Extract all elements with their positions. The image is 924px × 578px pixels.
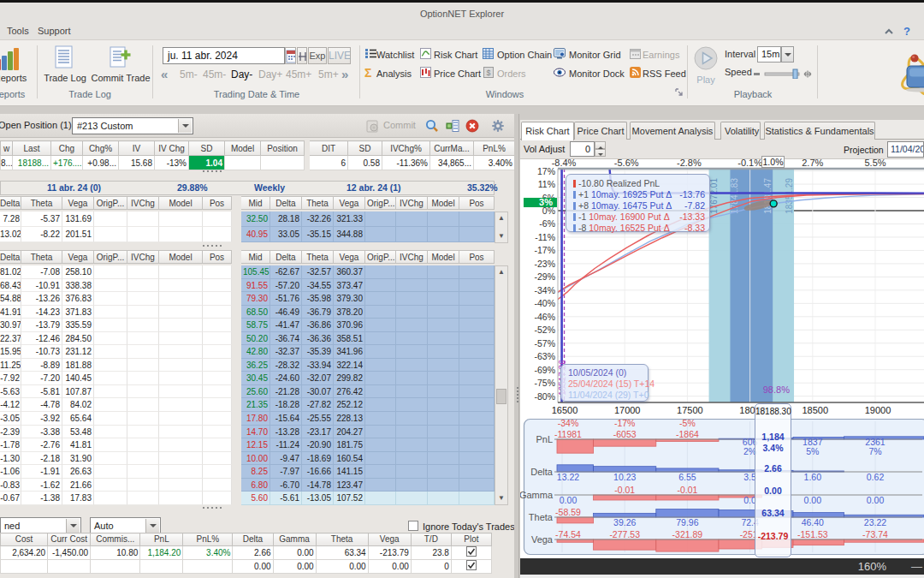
- column-header[interactable]: OrigP...: [94, 250, 127, 264]
- column-header[interactable]: IVChg: [127, 250, 159, 264]
- rss-feed-icon[interactable]: [630, 67, 641, 78]
- combo-arrow-icon[interactable]: [145, 519, 159, 533]
- option-row[interactable]: 81.02-7.08258.10 105.45-62.67-32.57360.3…: [0, 265, 495, 279]
- option-row[interactable]: 54.88-13.26376.83 79.30-51.76-35.98379.3…: [0, 292, 495, 306]
- orders-icon[interactable]: $: [483, 67, 494, 78]
- close-position-icon[interactable]: [465, 119, 479, 133]
- column-header[interactable]: IVChg: [396, 250, 428, 264]
- commit-button[interactable]: Commit: [383, 120, 416, 130]
- column-header[interactable]: IVChg: [127, 196, 159, 210]
- ignore-trades-checkbox[interactable]: [408, 521, 418, 531]
- option-row[interactable]: -2.39-3.3853.48 14.70-13.28-23.17204.27: [0, 426, 495, 439]
- interval-select[interactable]: 15m: [757, 46, 781, 63]
- column-header[interactable]: Delta: [0, 250, 21, 264]
- option-row[interactable]: -1.30-2.1831.90 10.00-9.47-18.69160.54: [0, 452, 495, 466]
- column-header[interactable]: Theta: [302, 196, 334, 210]
- combo-arrow-icon[interactable]: [178, 119, 192, 133]
- splitter-handle[interactable]: [195, 507, 229, 510]
- commit-icon[interactable]: [366, 119, 380, 133]
- column-header[interactable]: Model: [428, 196, 459, 210]
- splitter-handle[interactable]: [195, 170, 229, 174]
- price-chart-icon[interactable]: [420, 67, 431, 78]
- windows-dialog-launcher-icon[interactable]: [675, 88, 683, 96]
- earnings-button[interactable]: Earnings: [643, 50, 694, 60]
- column-header[interactable]: Cost: [1, 533, 48, 546]
- commit-trade-button[interactable]: Commit Trade: [89, 73, 152, 83]
- plot-checkbox[interactable]: [451, 560, 491, 574]
- column-header[interactable]: OrigP...: [365, 196, 396, 210]
- price-chart-button[interactable]: Price Chart: [434, 69, 490, 79]
- column-header[interactable]: Delta: [270, 196, 302, 210]
- search-icon[interactable]: [425, 119, 439, 133]
- plot-checkbox[interactable]: [451, 546, 491, 560]
- column-header[interactable]: Gamma: [273, 533, 316, 546]
- tab[interactable]: Price Chart: [574, 122, 627, 140]
- monitor-grid-button[interactable]: Monitor Grid: [569, 50, 629, 60]
- position-select[interactable]: #213 Custom: [72, 117, 193, 134]
- live-button[interactable]: LIVE: [328, 47, 351, 64]
- column-header[interactable]: OrigP...: [94, 196, 127, 210]
- column-header[interactable]: Model: [159, 250, 203, 264]
- reports-button[interactable]: Reports: [0, 73, 32, 83]
- nav-45m-minus[interactable]: 45m-: [203, 67, 226, 82]
- column-header[interactable]: Mid: [241, 250, 270, 264]
- combo-arrow-icon[interactable]: [66, 519, 80, 533]
- column-header[interactable]: Vega: [62, 250, 94, 264]
- monitor-dock-button[interactable]: Monitor Dock: [569, 69, 634, 79]
- trade-log-icon[interactable]: [55, 45, 74, 69]
- tab[interactable]: Statistics & Fundamentals: [764, 122, 875, 140]
- column-header[interactable]: Mid: [241, 196, 270, 210]
- column-header[interactable]: Delta: [270, 250, 302, 264]
- zoom-out-icon[interactable]: —: [911, 560, 922, 573]
- time-step-icon[interactable]: [297, 47, 307, 64]
- vol-adjust-spinner[interactable]: [595, 141, 606, 157]
- rss-feed-button[interactable]: RSS Feed: [643, 69, 694, 79]
- projection-date-input[interactable]: 11/04/202: [887, 141, 924, 158]
- option-row[interactable]: -0.83-1.6221.66 6.80-6.70-14.78123.47: [0, 479, 495, 492]
- option-row[interactable]: 13.02-8.22201.51 40.9533.05-35.15344.88: [0, 227, 495, 242]
- menu-tools[interactable]: Tools: [2, 23, 34, 40]
- column-header[interactable]: Delta: [233, 533, 273, 546]
- export-icon[interactable]: [446, 119, 459, 133]
- commit-trade-icon[interactable]: [110, 45, 132, 69]
- column-header[interactable]: Pos: [459, 196, 495, 210]
- tab[interactable]: Volatility: [720, 122, 761, 140]
- interval-dropdown-arrow[interactable]: [781, 46, 794, 63]
- column-header[interactable]: Pos: [459, 250, 495, 264]
- menu-support[interactable]: Support: [33, 23, 76, 40]
- option-row[interactable]: -1.78-2.7641.81 12.15-11.24-20.90181.75: [0, 438, 495, 452]
- settings-gear-icon[interactable]: [491, 119, 505, 133]
- nav-next-icon[interactable]: »: [341, 67, 348, 82]
- reports-icon[interactable]: [0, 47, 21, 71]
- trading-date-input[interactable]: ju. 11 abr. 2024: [163, 47, 285, 64]
- column-header[interactable]: OrigP...: [365, 250, 396, 264]
- column-header[interactable]: Vega: [334, 250, 365, 264]
- option-row[interactable]: 11.25-8.89181.88 36.25-28.32-33.94322.14: [0, 359, 495, 372]
- tab[interactable]: Movement Analysis: [630, 122, 715, 140]
- column-header[interactable]: Model: [428, 250, 459, 264]
- option-row[interactable]: 30.97-13.79335.59 58.75-41.47-36.86370.9…: [0, 319, 495, 332]
- column-header[interactable]: Vega: [62, 196, 94, 210]
- calendar-icon[interactable]: [285, 47, 296, 64]
- vol-adjust-input[interactable]: 0: [570, 141, 595, 157]
- strategy-row[interactable]: 2,634.20-1,450.0010.801,184.203.40%2.660…: [1, 546, 492, 560]
- column-header[interactable]: PnL%: [183, 533, 233, 546]
- chain-a-scrollbar[interactable]: ▲ ▼: [495, 212, 508, 243]
- summary-value-row[interactable]: 8...18188...+176....+0.98...15.68-13%1.0…: [1, 156, 515, 170]
- help-icon[interactable]: ?: [903, 25, 910, 38]
- column-header[interactable]: Delta: [0, 196, 21, 210]
- splitter-handle[interactable]: [195, 245, 229, 248]
- option-row[interactable]: -4.12-4.7884.02 21.35-18.28-27.82252.12: [0, 398, 495, 412]
- column-header[interactable]: Commis...: [91, 533, 140, 546]
- strategy-row[interactable]: 0.000.000.000.000: [1, 560, 492, 574]
- nav-day-minus[interactable]: Day-: [231, 67, 252, 82]
- column-header[interactable]: Vega: [368, 533, 411, 546]
- nav-45m-plus[interactable]: 45m+: [286, 67, 311, 82]
- speed-slider[interactable]: [754, 69, 812, 79]
- column-header[interactable]: Theta: [316, 533, 368, 546]
- risk-chart-button[interactable]: Risk Chart: [434, 50, 485, 60]
- title-bar[interactable]: OptionNET Explorer: [0, 3, 924, 23]
- option-row[interactable]: -3.05-3.9265.64 17.80-15.64-25.55228.13: [0, 412, 495, 426]
- play-icon[interactable]: [694, 46, 718, 70]
- option-chain-icon[interactable]: [483, 48, 494, 59]
